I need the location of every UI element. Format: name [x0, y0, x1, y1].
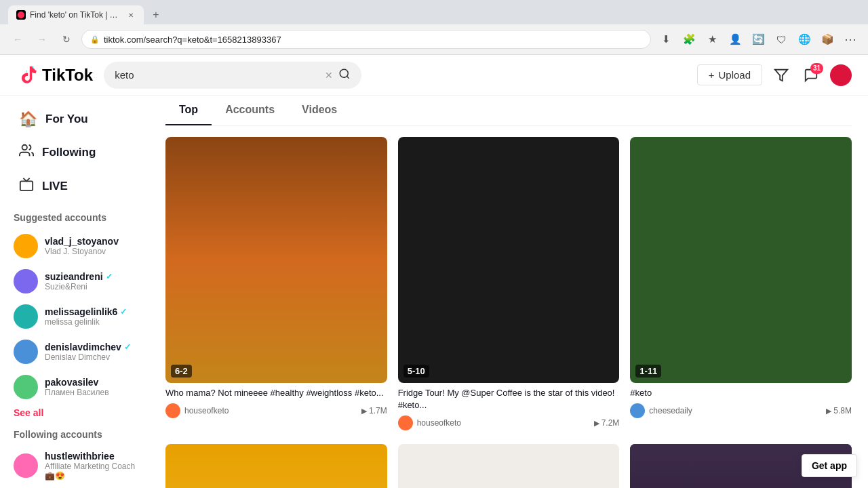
refresh-button[interactable]: ↻: [57, 30, 76, 49]
video-card-2[interactable]: 5-10 Fridge Tour! My @Super Coffee is th…: [398, 137, 620, 433]
extension1-button[interactable]: 🛡: [772, 30, 791, 49]
profile-button[interactable]: 👤: [726, 30, 745, 49]
account-avatar-suzie: [14, 269, 38, 293]
video-thumb-1: 6-2: [165, 137, 387, 383]
video-plays-3: ▶ 5.8M: [826, 406, 852, 415]
tiktok-logo-icon: [16, 64, 38, 86]
verified-icon-melissa: ✓: [120, 307, 127, 317]
bookmark-star-button[interactable]: ⬇: [656, 30, 675, 49]
upload-button[interactable]: + Upload: [697, 64, 762, 85]
tiktok-logo[interactable]: TikTok: [16, 64, 93, 86]
play-icon-3: ▶: [826, 407, 831, 415]
search-clear-icon[interactable]: ✕: [325, 70, 333, 81]
following-account-hustle[interactable]: hustlewithbriee Affiliate Marketing Coac…: [0, 445, 149, 486]
video-meta-3: #keto cheesedaily ▶ 5.8M: [630, 383, 852, 421]
account-handle-pako: Пламен Василев: [45, 388, 109, 397]
sidebar-item-for-you[interactable]: 🏠 For You: [5, 104, 144, 135]
extension3-button[interactable]: 📦: [818, 30, 837, 49]
tab-top[interactable]: Top: [165, 96, 212, 125]
search-tabs: Top Accounts Videos: [165, 96, 852, 126]
extensions-puzzle-button[interactable]: 🧩: [679, 30, 698, 49]
address-bar[interactable]: 🔒 tiktok.com/search?q=keto&t=16582138933…: [81, 30, 651, 49]
following-icon: [19, 143, 34, 162]
video-desc-1: Who mama? Not mineeee #healthy #weightlo…: [165, 387, 387, 399]
video-author-row-2: houseofketo ▶ 7.2M: [398, 415, 620, 430]
video-author-name-3: cheesedaily: [649, 406, 692, 415]
video-card-4[interactable]: Day 17Eating only one egg a dayfor 60 da…: [165, 444, 387, 488]
tab-favicon: [16, 10, 26, 20]
video-card-1[interactable]: 6-2 Who mama? Not mineeee #healthy #weig…: [165, 137, 387, 433]
video-author-2: houseofketo: [398, 415, 461, 430]
suggested-account-pako[interactable]: pakovasilev Пламен Василев: [0, 369, 149, 405]
svg-rect-3: [20, 181, 33, 190]
sidebar-item-following[interactable]: Following: [5, 136, 144, 169]
new-tab-button[interactable]: +: [146, 5, 165, 24]
account-avatar-pako: [14, 375, 38, 399]
tab-accounts[interactable]: Accounts: [212, 96, 288, 125]
video-range-badge-2: 5-10: [403, 365, 429, 378]
video-thumb-4: Day 17Eating only one egg a dayfor 60 da…: [165, 444, 387, 488]
video-range-badge-3: 1-11: [635, 365, 661, 378]
video-card-3[interactable]: 1-11 #keto cheesedaily ▶ 5.8M: [630, 137, 852, 433]
video-thumb-3: 1-11: [630, 137, 852, 383]
account-handle-denis: Denislav Dimchev: [45, 352, 131, 362]
account-handle-melissa: melissa gelinlik: [45, 317, 127, 327]
suggested-accounts-title: Suggested accounts: [0, 204, 149, 228]
account-name-hustle: hustlewithbriee: [45, 451, 136, 462]
video-plays-2: ▶ 7.2M: [594, 418, 620, 428]
video-author-avatar-2: [398, 415, 413, 430]
play-icon-1: ▶: [361, 407, 367, 415]
svg-marker-1: [775, 69, 787, 81]
video-author-row-1: houseofketo ▶ 1.7M: [165, 403, 387, 418]
get-app-button[interactable]: Get app: [802, 454, 857, 477]
browser-chrome: Find 'keto' on TikTok | TikTok S... ✕ + …: [0, 0, 868, 55]
video-thumb-2: 5-10: [398, 137, 620, 383]
search-submit-icon[interactable]: [338, 68, 351, 83]
home-icon: 🏠: [19, 110, 37, 128]
video-plays-count-3: 5.8M: [833, 406, 852, 415]
suggested-account-denis[interactable]: denislavdimchev ✓ Denislav Dimchev: [0, 334, 149, 369]
tab-close-button[interactable]: ✕: [126, 10, 136, 20]
account-info-pako: pakovasilev Пламен Василев: [45, 377, 109, 397]
video-author-1: houseofketo: [165, 403, 229, 418]
content-area: Top Accounts Videos 6-2 Who mama? Not mi…: [149, 96, 868, 488]
tab-videos[interactable]: Videos: [288, 96, 351, 125]
video-desc-2: Fridge Tour! My @Super Coffee is the sta…: [398, 387, 620, 411]
notification-badge: 31: [810, 63, 823, 74]
plus-icon: +: [709, 69, 715, 81]
more-options-button[interactable]: ⋯: [841, 30, 860, 49]
account-handle-hustle: Affiliate Marketing Coach 💼😍: [45, 462, 136, 481]
sync-button[interactable]: 🔄: [749, 30, 768, 49]
live-label: LIVE: [42, 180, 68, 193]
user-avatar[interactable]: [830, 64, 852, 86]
logo-text: TikTok: [42, 66, 93, 85]
account-avatar-denis: [14, 340, 38, 364]
tiktok-body: 🏠 For You Following LIVE Suggested accou…: [0, 96, 868, 488]
extension2-button[interactable]: 🌐: [795, 30, 814, 49]
see-all-button[interactable]: See all: [0, 405, 57, 421]
following-accounts-title: Following accounts: [0, 421, 149, 445]
suggested-account-melissa[interactable]: melissagelinlik6 ✓ melissa gelinlik: [0, 299, 149, 334]
suggested-account-vlad[interactable]: vlad_j_stoyanov Vlad J. Stoyanov: [0, 228, 149, 264]
account-avatar-hustle: [14, 453, 38, 478]
video-thumb-5: 🥦 3-25: [398, 444, 620, 488]
video-desc-3: #keto: [630, 387, 852, 399]
search-bar[interactable]: ✕: [104, 62, 361, 89]
sidebar-item-live[interactable]: LIVE: [5, 170, 144, 203]
url-text: tiktok.com/search?q=keto&t=1658213893367: [104, 35, 642, 45]
forward-button[interactable]: →: [33, 30, 52, 49]
video-plays-count-1: 1.7M: [369, 406, 387, 415]
search-input[interactable]: [115, 69, 319, 81]
video-author-avatar-1: [165, 403, 180, 418]
back-button[interactable]: ←: [8, 30, 27, 49]
lock-icon: 🔒: [90, 35, 100, 44]
favorites-button[interactable]: ★: [703, 30, 722, 49]
for-you-label: For You: [45, 113, 88, 126]
suggested-account-suzie[interactable]: suzieandreni ✓ Suzie&Reni: [0, 264, 149, 299]
video-card-5[interactable]: 🥦 3-25 Cheese broccoli bites 🥦 #keto #di…: [398, 444, 620, 488]
account-name-vlad: vlad_j_stoyanov: [45, 236, 119, 247]
live-icon: [19, 177, 34, 196]
messages-icon-button[interactable]: 31: [800, 64, 822, 86]
active-tab[interactable]: Find 'keto' on TikTok | TikTok S... ✕: [8, 5, 144, 24]
filter-icon-button[interactable]: [770, 64, 792, 86]
